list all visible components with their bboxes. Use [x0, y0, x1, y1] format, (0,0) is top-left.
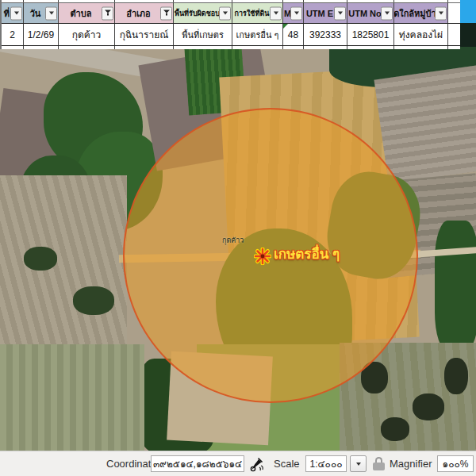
caret-down-icon: [223, 12, 228, 15]
scale-input[interactable]: 1:๔๐๐๐: [305, 455, 347, 472]
map-canvas[interactable]: กุดค้าว เกษตรอื่น ๆ: [0, 44, 476, 451]
landuse-marker-label: เกษตรอื่น ๆ: [274, 243, 340, 264]
cell-date[interactable]: 1/2/69: [24, 24, 59, 45]
filter-dropdown-button[interactable]: [160, 6, 172, 20]
filter-dropdown-button[interactable]: [290, 6, 302, 20]
caret-down-icon: [294, 12, 299, 15]
map-tree-blob: [381, 417, 409, 441]
table-header-row: ที่ วัน ตำบล อำเภอ พื้นที่รับผิดชอบ การใ…: [2, 2, 460, 24]
cell-utm-zone[interactable]: 48: [283, 24, 304, 45]
column-header[interactable]: UTM No: [347, 3, 394, 23]
cell-utm-n[interactable]: 1825801: [347, 24, 394, 45]
caret-down-icon: [14, 12, 19, 15]
cell-row-number[interactable]: 2: [2, 24, 24, 45]
column-header[interactable]: ตำบล: [59, 3, 115, 23]
cell-area-type[interactable]: พื้นที่เกษตร: [174, 24, 232, 45]
map-field-patch: [0, 175, 127, 348]
column-header[interactable]: UTM E: [304, 3, 347, 23]
map-tree-blob: [413, 393, 444, 420]
cell-landuse[interactable]: เกษตรอื่น ๆ: [232, 24, 283, 45]
column-header[interactable]: วัน: [24, 3, 59, 23]
cell-utm-e[interactable]: 392333: [304, 24, 347, 45]
caret-down-icon: [274, 12, 278, 15]
filter-dropdown-button[interactable]: [270, 6, 282, 20]
caret-down-icon: [356, 463, 361, 466]
magnifier-label: Magnifier: [390, 458, 432, 470]
attribute-table: ที่ วัน ตำบล อำเภอ พื้นที่รับผิดชอบ การใ…: [0, 0, 460, 49]
magnifier-input[interactable]: ๑๐๐%: [437, 455, 474, 472]
column-header[interactable]: จุดใกล้หมู่บ้าน: [394, 3, 448, 23]
filter-dropdown-button[interactable]: [219, 6, 231, 20]
map-forest-patch: [435, 221, 476, 351]
filter-dropdown-button[interactable]: [381, 6, 393, 20]
caret-down-icon: [439, 12, 443, 15]
caret-down-icon: [338, 12, 343, 15]
map-tree-blob: [444, 358, 468, 394]
table-top-sliver: [2, 0, 460, 2]
table-bottom-sliver: [2, 46, 460, 49]
filter-dropdown-button[interactable]: [102, 6, 113, 20]
cell-amphoe[interactable]: กุฉินารายณ์: [115, 24, 174, 45]
pen-icon[interactable]: [248, 456, 264, 472]
cell-village[interactable]: ทุ่งคลองไผ่: [394, 24, 448, 45]
coordinate-label: Coordinate: [106, 458, 157, 470]
column-header[interactable]: ที่: [2, 3, 24, 23]
filter-dropdown-button[interactable]: [334, 6, 346, 20]
filter-dropdown-button[interactable]: [45, 6, 57, 20]
map-tree-blob: [24, 247, 57, 271]
status-bar: Coordinate ๓๙๒๕๑๔,๑๘๒๕๖๑๔ Scale 1:๔๐๐๐ M…: [0, 451, 476, 476]
lock-icon[interactable]: [373, 457, 385, 470]
place-name-label: กุดค้าว: [222, 235, 244, 246]
caret-down-icon: [385, 12, 390, 15]
map-field-patch: [0, 344, 144, 451]
gis-application-window: กุดค้าว เกษตรอื่น ๆ ที่: [0, 0, 476, 476]
filter-dropdown-button[interactable]: [435, 6, 447, 20]
column-header[interactable]: M: [283, 3, 304, 23]
scale-label: Scale: [274, 458, 300, 470]
map-tree-blob: [73, 286, 114, 315]
caret-down-icon: [49, 12, 54, 15]
map-field-patch: [374, 66, 476, 184]
cell-tambon[interactable]: กุดค้าว: [59, 24, 115, 45]
table-data-row[interactable]: 2 1/2/69 กุดค้าว กุฉินารายณ์ พื้นที่เกษต…: [2, 24, 460, 46]
coordinate-input[interactable]: ๓๙๒๕๑๔,๑๘๒๕๖๑๔: [151, 455, 244, 472]
filter-dropdown-button[interactable]: [10, 6, 22, 20]
column-header[interactable]: พื้นที่รับผิดชอบ: [174, 3, 232, 23]
scale-dropdown-button[interactable]: [350, 455, 367, 472]
column-header[interactable]: การใช้ที่ดิน: [232, 3, 283, 23]
column-header[interactable]: อำเภอ: [115, 3, 174, 23]
marker-flower-icon[interactable]: [254, 248, 271, 265]
cell-flag-icon: [283, 24, 288, 29]
